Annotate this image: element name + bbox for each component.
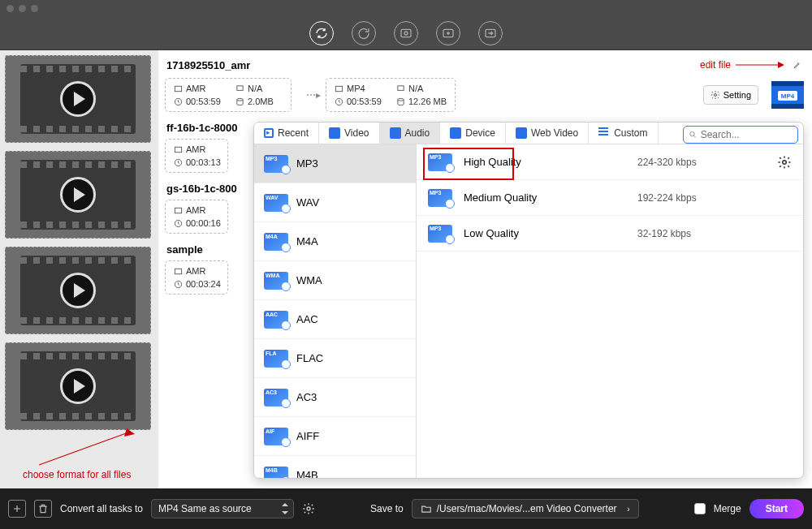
thumbnail-column [0, 50, 158, 488]
source-format-box: AMR 00:00:16 [165, 200, 228, 234]
annotation-edit-file: edit file [700, 57, 806, 73]
format-badge-icon: MP3 [428, 153, 452, 171]
recent-icon [264, 128, 274, 138]
task-setting-button[interactable]: Setting [703, 85, 758, 105]
format-search-input[interactable] [701, 129, 793, 140]
task-thumbnail[interactable] [5, 55, 151, 143]
convert-all-settings-button[interactable] [302, 502, 315, 515]
format-badge-icon: M4B [264, 467, 288, 480]
folder-icon [421, 503, 432, 514]
format-item-wma[interactable]: WMAWMA [254, 261, 416, 300]
svg-point-29 [783, 160, 787, 164]
toolbar-refresh-icon[interactable] [352, 21, 376, 45]
format-item-wav[interactable]: WAVWAV [254, 183, 416, 222]
add-task-button[interactable] [8, 500, 26, 518]
traffic-light-zoom[interactable] [31, 5, 38, 12]
video-icon [329, 127, 340, 139]
quality-bitrate: 192-224 kbps [637, 192, 792, 204]
format-item-flac[interactable]: FLAFLAC [254, 339, 416, 378]
svg-rect-17 [771, 104, 804, 109]
format-item-aac[interactable]: AACAAC [254, 300, 416, 339]
format-badge-icon: AAC [264, 311, 288, 329]
traffic-light-close[interactable] [6, 5, 14, 12]
format-badge-icon: MP3 [428, 189, 452, 207]
format-name: AC3 [296, 391, 317, 403]
quality-settings-button[interactable] [777, 155, 792, 170]
edit-file-button[interactable] [789, 57, 806, 73]
source-format-box: AMR 00:03:13 [165, 139, 228, 173]
toolbar-film-plus-icon[interactable] [436, 21, 460, 45]
quality-name: Low Quality [464, 227, 626, 239]
format-item-m4a[interactable]: M4AM4A [254, 222, 416, 261]
play-icon[interactable] [60, 368, 96, 404]
svg-rect-24 [175, 269, 181, 273]
format-list[interactable]: MP3MP3WAVWAVM4AM4AWMAWMAAACAACFLAFLACAC3… [254, 144, 417, 479]
format-picker-popover: Recent Video Audio Device Web Video Cust… [253, 122, 804, 479]
play-icon[interactable] [60, 273, 96, 308]
tab-custom[interactable]: Custom [589, 123, 658, 144]
web-video-icon [516, 127, 527, 139]
format-name: FLAC [296, 352, 323, 364]
tab-web-video[interactable]: Web Video [506, 123, 589, 144]
format-item-aiff[interactable]: AIFAIFF [254, 417, 416, 456]
quality-list[interactable]: MP3High Quality224-320 kbpsMP3Medium Qua… [417, 144, 803, 479]
tab-recent[interactable]: Recent [254, 123, 319, 144]
delete-task-button[interactable] [34, 500, 52, 518]
format-name: AAC [296, 313, 318, 325]
toolbar-film-convert-icon[interactable] [478, 21, 503, 45]
svg-rect-6 [175, 86, 181, 91]
source-format-box: AMR 00:53:59 N/A 2.0MB [165, 78, 292, 112]
start-button[interactable]: Start [749, 499, 804, 518]
task-thumbnail[interactable] [5, 342, 151, 430]
format-name: M4A [296, 235, 318, 247]
merge-label: Merge [714, 503, 741, 514]
svg-rect-12 [398, 85, 404, 90]
format-badge-icon: MP3 [428, 225, 452, 243]
svg-text:MP4: MP4 [781, 92, 795, 100]
custom-icon [598, 127, 610, 139]
annotation-choose-format: choose format for all files [23, 428, 136, 480]
toolbar-film-settings-icon[interactable] [394, 21, 418, 45]
svg-rect-0 [401, 29, 411, 37]
save-to-path[interactable]: /Users/mac/Movies/...em Video Converter … [412, 499, 639, 518]
play-icon[interactable] [60, 81, 96, 117]
bottom-bar: Convert all tasks to MP4 Same as source … [0, 488, 812, 529]
svg-point-28 [690, 131, 694, 135]
format-badge-icon: WMA [264, 272, 288, 290]
format-name: MP3 [296, 157, 318, 170]
svg-point-13 [398, 98, 404, 101]
task-thumbnail[interactable] [5, 151, 151, 239]
quality-bitrate: 224-320 kbps [637, 157, 766, 168]
task-title-row: 1718925510_amr edit file [166, 57, 806, 73]
source-format-box: AMR 00:03:24 [165, 260, 228, 295]
svg-rect-16 [771, 81, 804, 86]
format-item-ac3[interactable]: AC3AC3 [254, 378, 416, 417]
audio-icon [390, 127, 401, 139]
format-name: AIFF [296, 430, 319, 442]
format-item-mp3[interactable]: MP3MP3 [254, 144, 416, 183]
format-item-m4b[interactable]: M4BM4B [254, 456, 416, 479]
format-search-box[interactable] [683, 126, 798, 144]
top-toolbar [0, 16, 812, 50]
quality-item[interactable]: MP3Medium Quality192-224 kbps [417, 180, 803, 216]
quality-item[interactable]: MP3High Quality224-320 kbps [417, 144, 803, 180]
tab-audio[interactable]: Audio [380, 123, 441, 144]
convert-all-select[interactable]: MP4 Same as source [151, 499, 294, 518]
format-name: WAV [296, 196, 319, 209]
tab-device[interactable]: Device [440, 123, 506, 144]
merge-checkbox[interactable] [694, 503, 706, 514]
traffic-light-minimize[interactable] [19, 5, 26, 12]
quality-item[interactable]: MP3Low Quality32-192 kbps [417, 216, 803, 252]
task-thumbnail[interactable] [5, 247, 151, 334]
svg-rect-10 [335, 86, 342, 91]
format-name: M4B [296, 469, 318, 479]
quality-bitrate: 32-192 kbps [637, 228, 792, 239]
format-badge-icon: M4A [264, 233, 288, 251]
play-icon[interactable] [60, 177, 96, 213]
format-badge-icon: MP3 [264, 155, 288, 173]
output-format-badge[interactable]: MP4 [770, 80, 806, 110]
svg-marker-27 [124, 428, 135, 437]
tab-video[interactable]: Video [319, 123, 379, 144]
toolbar-sync-icon[interactable] [309, 21, 334, 45]
target-format-box: MP4 00:53:59 N/A 12.26 MB [326, 78, 456, 112]
